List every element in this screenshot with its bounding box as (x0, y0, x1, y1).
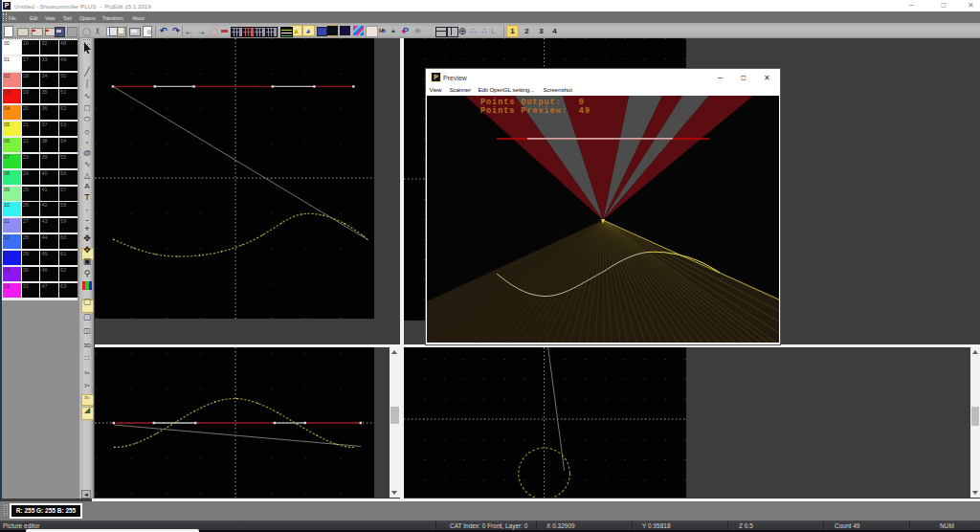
svg-text:Points Preview: 49: Points Preview: 49 (480, 106, 590, 116)
